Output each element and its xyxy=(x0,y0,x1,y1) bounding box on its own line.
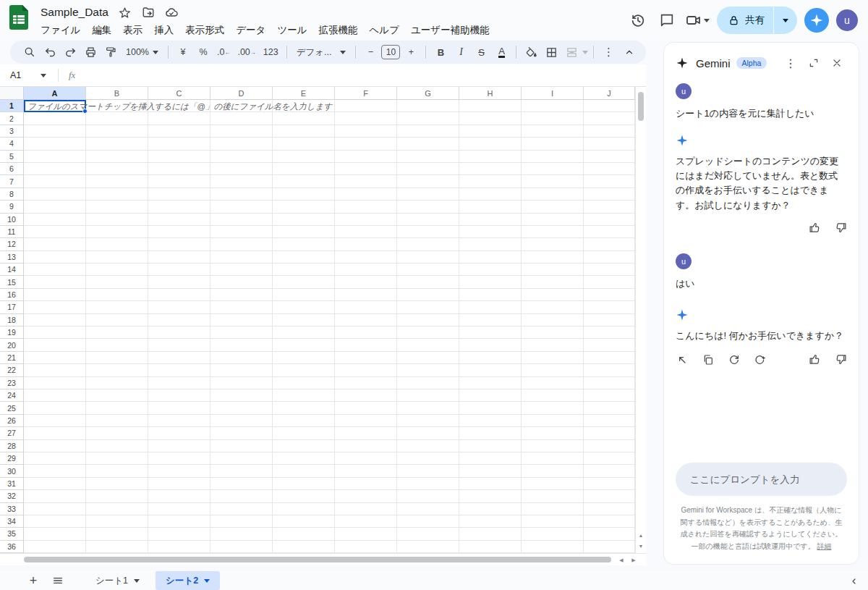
cell-I13[interactable] xyxy=(522,251,584,264)
cell-A14[interactable] xyxy=(24,264,86,276)
cell-J27[interactable] xyxy=(584,427,635,439)
cell-A17[interactable] xyxy=(24,301,86,313)
cell-E35[interactable] xyxy=(273,528,335,540)
column-header-B[interactable]: B xyxy=(86,87,148,100)
cell-G34[interactable] xyxy=(397,515,459,528)
cell-B15[interactable] xyxy=(86,276,148,288)
cell-D8[interactable] xyxy=(210,188,273,201)
cell-J31[interactable] xyxy=(584,478,635,490)
cell-B32[interactable] xyxy=(86,490,148,502)
cell-F1[interactable] xyxy=(335,100,397,112)
row-header-19[interactable]: 19 xyxy=(0,326,24,339)
cell-E17[interactable] xyxy=(273,301,335,313)
thumbs-down-icon[interactable] xyxy=(834,353,847,366)
row-header-28[interactable]: 28 xyxy=(0,440,24,452)
cell-D15[interactable] xyxy=(210,276,273,288)
cell-E19[interactable] xyxy=(273,326,335,339)
cell-E22[interactable] xyxy=(273,364,335,376)
row-header-14[interactable]: 14 xyxy=(0,264,24,276)
cell-E8[interactable] xyxy=(273,188,335,201)
cell-C3[interactable] xyxy=(148,125,210,138)
cell-C24[interactable] xyxy=(148,389,210,402)
row-header-8[interactable]: 8 xyxy=(0,188,24,201)
cell-I9[interactable] xyxy=(522,201,584,213)
menu-item-挿入[interactable]: 挿入 xyxy=(148,22,179,39)
cell-C10[interactable] xyxy=(148,214,210,226)
cell-J3[interactable] xyxy=(584,125,635,138)
cell-G36[interactable] xyxy=(397,541,459,553)
cell-A22[interactable] xyxy=(24,364,86,376)
row-header-5[interactable]: 5 xyxy=(0,151,24,163)
cell-C33[interactable] xyxy=(148,503,210,515)
cell-I16[interactable] xyxy=(522,289,584,301)
cell-D4[interactable] xyxy=(210,138,273,150)
cell-C21[interactable] xyxy=(148,352,210,364)
percent-format-button[interactable]: % xyxy=(194,43,213,62)
cell-H13[interactable] xyxy=(459,251,522,264)
cell-I15[interactable] xyxy=(522,276,584,288)
cell-D32[interactable] xyxy=(210,490,273,502)
cell-H15[interactable] xyxy=(459,276,522,288)
row-header-16[interactable]: 16 xyxy=(0,289,24,301)
cell-H10[interactable] xyxy=(459,214,522,226)
chevron-down-icon[interactable] xyxy=(41,74,46,77)
cell-G2[interactable] xyxy=(397,112,459,125)
name-box[interactable]: A1 xyxy=(0,70,41,80)
cell-F34[interactable] xyxy=(335,515,397,528)
cell-H35[interactable] xyxy=(459,528,522,540)
cell-E5[interactable] xyxy=(273,151,335,163)
cell-G22[interactable] xyxy=(397,364,459,376)
cell-F15[interactable] xyxy=(335,276,397,288)
cell-H2[interactable] xyxy=(459,112,522,125)
cell-A18[interactable] xyxy=(24,314,86,326)
text-color-button[interactable]: A xyxy=(492,43,511,62)
thumbs-up-icon[interactable] xyxy=(808,222,821,235)
cell-A36[interactable] xyxy=(24,541,86,553)
increase-decimal-button[interactable]: .00→ xyxy=(234,43,258,62)
cell-G4[interactable] xyxy=(397,138,459,150)
cell-A26[interactable] xyxy=(24,415,86,427)
cell-H33[interactable] xyxy=(459,503,522,515)
scroll-up-icon[interactable]: ▲ xyxy=(636,530,646,540)
sheet-tab-2[interactable]: シート2 xyxy=(156,571,220,590)
cell-B12[interactable] xyxy=(86,238,148,250)
cell-D21[interactable] xyxy=(210,352,273,364)
cell-E36[interactable] xyxy=(273,541,335,553)
row-header-10[interactable]: 10 xyxy=(0,214,24,226)
cell-B3[interactable] xyxy=(86,125,148,138)
cell-E12[interactable] xyxy=(273,238,335,250)
cell-I22[interactable] xyxy=(522,364,584,376)
cell-F25[interactable] xyxy=(335,402,397,414)
cell-I14[interactable] xyxy=(522,264,584,276)
cell-I27[interactable] xyxy=(522,427,584,439)
cell-J2[interactable] xyxy=(584,112,635,125)
cell-G18[interactable] xyxy=(397,314,459,326)
cell-A6[interactable] xyxy=(24,163,86,175)
cell-E15[interactable] xyxy=(273,276,335,288)
cell-G30[interactable] xyxy=(397,465,459,477)
cell-I23[interactable] xyxy=(522,377,584,389)
zoom-select[interactable]: 100% xyxy=(122,47,163,57)
cell-D27[interactable] xyxy=(210,427,273,439)
scroll-left-icon[interactable]: ◀ xyxy=(616,555,626,565)
cell-D30[interactable] xyxy=(210,465,273,477)
cell-A27[interactable] xyxy=(24,427,86,439)
cell-A13[interactable] xyxy=(24,251,86,264)
vertical-scroll-thumb[interactable] xyxy=(638,92,644,121)
learn-more-link[interactable]: 詳細 xyxy=(817,542,831,550)
cell-E2[interactable] xyxy=(273,112,335,125)
row-header-15[interactable]: 15 xyxy=(0,276,24,288)
meet-video-button[interactable] xyxy=(685,12,710,29)
cell-I10[interactable] xyxy=(522,214,584,226)
cell-A8[interactable] xyxy=(24,188,86,201)
cell-H3[interactable] xyxy=(459,125,522,138)
undo-icon[interactable] xyxy=(41,43,59,62)
cell-D20[interactable] xyxy=(210,339,273,351)
bold-button[interactable]: B xyxy=(431,43,450,62)
redo-icon[interactable] xyxy=(61,43,80,62)
row-header-3[interactable]: 3 xyxy=(0,125,24,138)
cell-F16[interactable] xyxy=(335,289,397,301)
cell-J26[interactable] xyxy=(584,415,635,427)
cell-F20[interactable] xyxy=(335,339,397,351)
column-header-A[interactable]: A xyxy=(24,87,86,100)
